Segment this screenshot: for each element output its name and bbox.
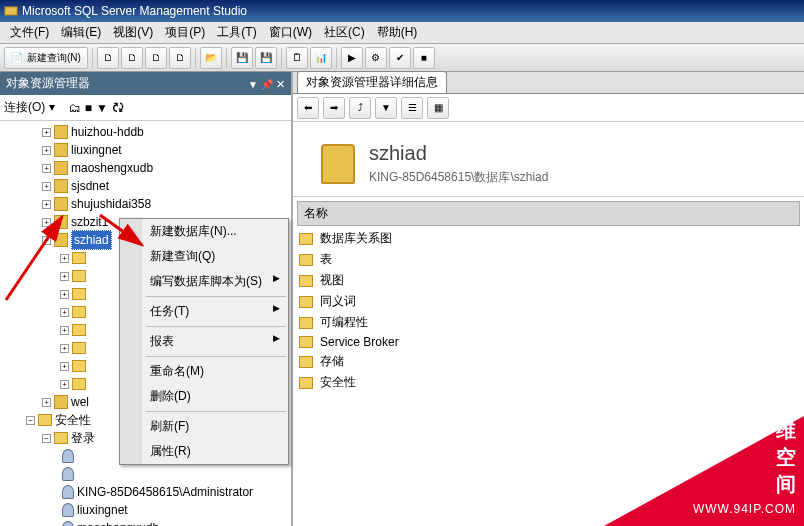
list-item[interactable]: 表 <box>299 249 798 270</box>
tree-node[interactable]: +huizhou-hddb <box>0 123 291 141</box>
tool-btn-4[interactable]: 🗋 <box>169 47 191 69</box>
menu-window[interactable]: 窗口(W) <box>263 22 318 43</box>
user-icon <box>62 503 74 517</box>
tool-btn-1[interactable]: 🗋 <box>97 47 119 69</box>
close-icon[interactable]: ✕ <box>276 78 285 90</box>
tool-btn-3[interactable]: 🗋 <box>145 47 167 69</box>
folder-icon <box>72 288 86 300</box>
folder-icon <box>72 306 86 318</box>
cm-delete[interactable]: 删除(D) <box>120 384 288 409</box>
cm-reports[interactable]: 报表▶ <box>120 329 288 354</box>
tab-detail[interactable]: 对象资源管理器详细信息 <box>297 71 447 93</box>
expand-icon[interactable]: + <box>60 362 69 371</box>
expand-icon[interactable]: + <box>42 146 51 155</box>
detail-back-button[interactable]: ⬅ <box>297 97 319 119</box>
user-icon <box>62 467 74 481</box>
menu-community[interactable]: 社区(C) <box>318 22 371 43</box>
detail-list-button[interactable]: ☰ <box>401 97 423 119</box>
user-icon <box>62 449 74 463</box>
list-item[interactable]: Service Broker <box>299 333 798 351</box>
cm-script-as[interactable]: 编写数据库脚本为(S)▶ <box>120 269 288 294</box>
expand-icon[interactable]: + <box>60 380 69 389</box>
expand-icon[interactable]: + <box>42 182 51 191</box>
expand-icon[interactable]: + <box>60 254 69 263</box>
list-item[interactable]: 可编程性 <box>299 312 798 333</box>
list-column-name[interactable]: 名称 <box>297 201 800 226</box>
folder-icon <box>72 270 86 282</box>
tool-btn-saveall[interactable]: 💾 <box>255 47 277 69</box>
pin-icon[interactable]: ▼ 📌 <box>248 79 273 90</box>
tree-node[interactable]: +maoshengxudb <box>0 159 291 177</box>
tool-btn-save[interactable]: 💾 <box>231 47 253 69</box>
detail-toolbar: ⬅ ➡ ⤴ ▼ ☰ ▦ <box>293 94 804 122</box>
cm-tasks[interactable]: 任务(T)▶ <box>120 299 288 324</box>
watermark-url: WWW.94IP.COM <box>693 502 796 516</box>
expand-icon[interactable]: + <box>60 308 69 317</box>
list-item[interactable]: 数据库关系图 <box>299 228 798 249</box>
ob-tool-4[interactable]: 🗘 <box>112 101 124 115</box>
tool-btn-e[interactable]: ✔ <box>389 47 411 69</box>
folder-icon <box>299 233 313 245</box>
cm-new-query[interactable]: 新建查询(Q) <box>120 244 288 269</box>
expand-icon[interactable]: + <box>42 218 51 227</box>
tree-node[interactable]: +sjsdnet <box>0 177 291 195</box>
new-query-button[interactable]: 📄 新建查询(N) <box>4 47 88 69</box>
tool-btn-a[interactable]: 🗒 <box>286 47 308 69</box>
tool-btn-2[interactable]: 🗋 <box>121 47 143 69</box>
detail-forward-button[interactable]: ➡ <box>323 97 345 119</box>
new-query-icon: 📄 <box>11 52 23 63</box>
expand-icon[interactable]: + <box>42 200 51 209</box>
list-item[interactable]: 同义词 <box>299 291 798 312</box>
tree-user[interactable]: liuxingnet <box>0 501 291 519</box>
window-title: Microsoft SQL Server Management Studio <box>22 4 247 18</box>
ob-tool-2[interactable]: ■ <box>85 101 92 115</box>
menu-help[interactable]: 帮助(H) <box>371 22 424 43</box>
ob-tool-3[interactable]: ▼ <box>96 101 108 115</box>
tool-btn-open[interactable]: 📂 <box>200 47 222 69</box>
cm-new-database[interactable]: 新建数据库(N)... <box>120 219 288 244</box>
tree-user[interactable] <box>0 465 291 483</box>
tree-user[interactable]: KING-85D6458615\Administrator <box>0 483 291 501</box>
detail-up-button[interactable]: ⤴ <box>349 97 371 119</box>
collapse-icon[interactable]: − <box>26 416 35 425</box>
menu-project[interactable]: 项目(P) <box>159 22 211 43</box>
submenu-arrow-icon: ▶ <box>273 303 280 313</box>
expand-icon[interactable]: + <box>42 398 51 407</box>
list-item[interactable]: 存储 <box>299 351 798 372</box>
tool-btn-d[interactable]: ⚙ <box>365 47 387 69</box>
folder-icon <box>299 336 313 348</box>
database-icon <box>54 395 68 409</box>
tool-btn-c[interactable]: ▶ <box>341 47 363 69</box>
cm-rename[interactable]: 重命名(M) <box>120 359 288 384</box>
tree-node[interactable]: +shujushidai358 <box>0 195 291 213</box>
detail-grid-button[interactable]: ▦ <box>427 97 449 119</box>
list-item[interactable]: 安全性 <box>299 372 798 393</box>
collapse-icon[interactable]: − <box>42 434 51 443</box>
tool-btn-f[interactable]: ■ <box>413 47 435 69</box>
tree-node[interactable]: +liuxingnet <box>0 141 291 159</box>
expand-icon[interactable]: + <box>60 344 69 353</box>
expand-icon[interactable]: + <box>60 326 69 335</box>
menu-edit[interactable]: 编辑(E) <box>55 22 107 43</box>
collapse-icon[interactable]: − <box>42 236 51 245</box>
menu-tools[interactable]: 工具(T) <box>211 22 262 43</box>
connect-label[interactable]: 连接(O) ▾ <box>4 99 55 116</box>
ob-tool-1[interactable]: 🗂 <box>69 101 81 115</box>
expand-icon[interactable]: + <box>42 128 51 137</box>
tool-btn-b[interactable]: 📊 <box>310 47 332 69</box>
expand-icon[interactable]: + <box>42 164 51 173</box>
expand-icon[interactable]: + <box>60 272 69 281</box>
expand-icon[interactable]: + <box>60 290 69 299</box>
menu-file[interactable]: 文件(F) <box>4 22 55 43</box>
cm-properties[interactable]: 属性(R) <box>120 439 288 464</box>
titlebar: Microsoft SQL Server Management Studio <box>0 0 804 22</box>
toolbar-separator <box>281 48 282 68</box>
database-icon <box>54 233 68 247</box>
folder-icon <box>299 296 313 308</box>
menu-view[interactable]: 视图(V) <box>107 22 159 43</box>
database-icon <box>54 143 68 157</box>
detail-filter-button[interactable]: ▼ <box>375 97 397 119</box>
cm-refresh[interactable]: 刷新(F) <box>120 414 288 439</box>
list-item[interactable]: 视图 <box>299 270 798 291</box>
tree-user[interactable]: maoshengxudb <box>0 519 291 526</box>
